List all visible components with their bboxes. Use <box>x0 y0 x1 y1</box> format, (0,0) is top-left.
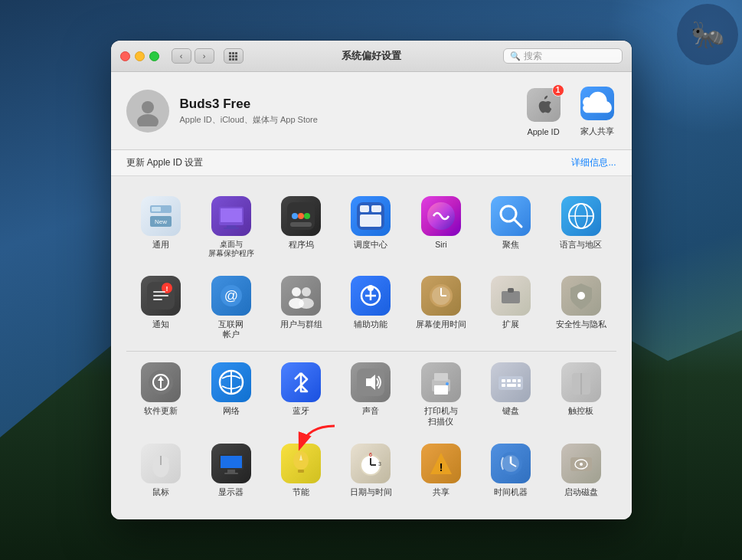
bluetooth-icon-svg <box>286 367 316 398</box>
accessibility-label: 辅助功能 <box>354 319 387 330</box>
general-icon-svg: New <box>145 201 176 231</box>
svg-rect-65 <box>507 384 516 387</box>
close-button[interactable] <box>120 51 130 61</box>
pref-trackpad[interactable]: 触控板 <box>546 355 616 434</box>
apple-id-action[interactable]: 1 Apple ID <box>525 86 563 136</box>
back-icon: ‹ <box>180 51 183 61</box>
svg-rect-57 <box>434 385 448 395</box>
language-icon <box>561 196 601 236</box>
screentime-icon <box>421 276 461 316</box>
pref-users[interactable]: 用户与群组 <box>266 268 335 348</box>
window-title: 系统偏好设置 <box>342 49 401 63</box>
internet-icon-svg: @ <box>216 280 247 311</box>
section-hardware: 软件更新 网络 <box>126 355 616 434</box>
startup-icon <box>561 444 601 483</box>
section-last-row: 鼠标 显示器 <box>126 436 616 506</box>
security-icon-svg <box>566 280 597 311</box>
maximize-button[interactable] <box>149 51 159 61</box>
apple-id-badge: 1 <box>552 84 564 97</box>
pref-timemachine[interactable]: 时间机器 <box>476 436 546 506</box>
pref-mouse[interactable]: 鼠标 <box>126 436 196 506</box>
pref-network[interactable]: 网络 <box>196 355 266 434</box>
pref-accessibility[interactable]: 辅助功能 <box>336 268 406 348</box>
svg-text:6: 6 <box>370 452 373 457</box>
apple-id-icon-wrapper: 1 <box>525 86 563 124</box>
red-arrow-svg <box>285 422 338 453</box>
security-label: 安全性与隐私 <box>556 319 606 330</box>
pref-spotlight[interactable]: 聚焦 <box>476 188 546 267</box>
svg-rect-74 <box>227 470 235 473</box>
pref-general[interactable]: New 通用 <box>126 188 196 267</box>
pref-language[interactable]: 语言与地区 <box>546 188 616 267</box>
users-icon-svg <box>286 280 316 311</box>
svg-point-14 <box>304 213 310 219</box>
svg-rect-11 <box>290 222 312 227</box>
sharing-label: 共享 <box>433 487 449 498</box>
printer-icon-svg <box>426 367 456 398</box>
timemachine-icon <box>491 444 531 483</box>
search-box[interactable]: 🔍 <box>503 48 623 64</box>
update-text: 更新 Apple ID 设置 <box>126 156 204 169</box>
svg-point-93 <box>580 463 583 466</box>
avatar[interactable] <box>126 90 169 133</box>
dock-label: 程序坞 <box>289 240 314 251</box>
software-label: 软件更新 <box>144 406 178 417</box>
pref-software[interactable]: 软件更新 <box>126 355 196 434</box>
pref-extensions[interactable]: 扩展 <box>476 268 546 348</box>
pref-printer[interactable]: 打印机与扫描仪 <box>406 355 476 434</box>
svg-point-1 <box>137 114 159 126</box>
desktop-icon-svg <box>216 201 247 231</box>
pref-sharing[interactable]: ! 共享 <box>406 436 476 506</box>
svg-rect-17 <box>371 205 381 212</box>
dock-icon-svg <box>286 201 316 231</box>
back-button[interactable]: ‹ <box>172 48 191 64</box>
pref-energy[interactable]: 节能 <box>266 436 335 506</box>
timemachine-label: 时间机器 <box>494 487 528 498</box>
desktop-label: 桌面与屏幕保护程序 <box>208 240 254 259</box>
family-sharing-action[interactable]: 家人共享 <box>578 84 616 137</box>
notification-icon-svg: ! <box>145 280 176 311</box>
svg-text:!: ! <box>440 461 443 473</box>
svg-text:3: 3 <box>379 461 382 467</box>
search-input[interactable] <box>524 51 616 61</box>
grid-view-button[interactable] <box>224 48 244 64</box>
mission-icon-svg <box>355 201 386 231</box>
pref-datetime[interactable]: 6 3 日期与时间 <box>336 436 406 506</box>
pref-screentime[interactable]: 屏幕使用时间 <box>406 268 476 348</box>
pref-internet[interactable]: @ 互联网帐户 <box>196 268 266 348</box>
pref-keyboard[interactable]: 键盘 <box>476 355 546 434</box>
pref-security[interactable]: 安全性与隐私 <box>546 268 616 348</box>
mission-icon <box>351 196 391 236</box>
svg-text:@: @ <box>224 288 237 303</box>
energy-label: 节能 <box>293 487 309 498</box>
extensions-label: 扩展 <box>502 319 519 330</box>
forward-button[interactable]: › <box>194 48 214 64</box>
svg-rect-16 <box>360 205 369 212</box>
svg-rect-62 <box>512 379 516 382</box>
svg-rect-46 <box>508 288 514 293</box>
icloud-logo-icon <box>580 91 614 115</box>
startup-label: 启动磁盘 <box>564 487 598 498</box>
section-divider-1 <box>126 351 616 352</box>
language-label: 语言与地区 <box>560 240 602 251</box>
general-label: 通用 <box>152 240 169 251</box>
forward-icon: › <box>203 51 206 61</box>
pref-sound[interactable]: 声音 <box>336 355 406 434</box>
pref-notification[interactable]: ! 通知 <box>126 268 196 348</box>
pref-desktop[interactable]: 桌面与屏幕保护程序 <box>196 188 266 267</box>
svg-rect-75 <box>224 473 238 474</box>
section-personal: New 通用 桌面与屏幕保护程序 <box>126 188 616 267</box>
minimize-button[interactable] <box>135 51 145 61</box>
accessibility-icon-svg <box>355 280 386 311</box>
pref-mission[interactable]: 调度中心 <box>336 188 406 267</box>
pref-siri[interactable]: Siri <box>406 188 476 267</box>
preferences-grid-container: New 通用 桌面与屏幕保护程序 <box>111 176 632 519</box>
update-link[interactable]: 详细信息... <box>571 156 616 169</box>
user-section: Buds3 Free Apple ID、iCloud、媒体与 App Store… <box>111 72 632 150</box>
mouse-icon <box>141 444 181 483</box>
pref-displays[interactable]: 显示器 <box>196 436 266 506</box>
nav-buttons: ‹ › <box>172 48 214 64</box>
svg-rect-8 <box>227 225 236 228</box>
pref-dock[interactable]: 程序坞 <box>266 188 335 267</box>
pref-startup[interactable]: 启动磁盘 <box>546 436 616 506</box>
